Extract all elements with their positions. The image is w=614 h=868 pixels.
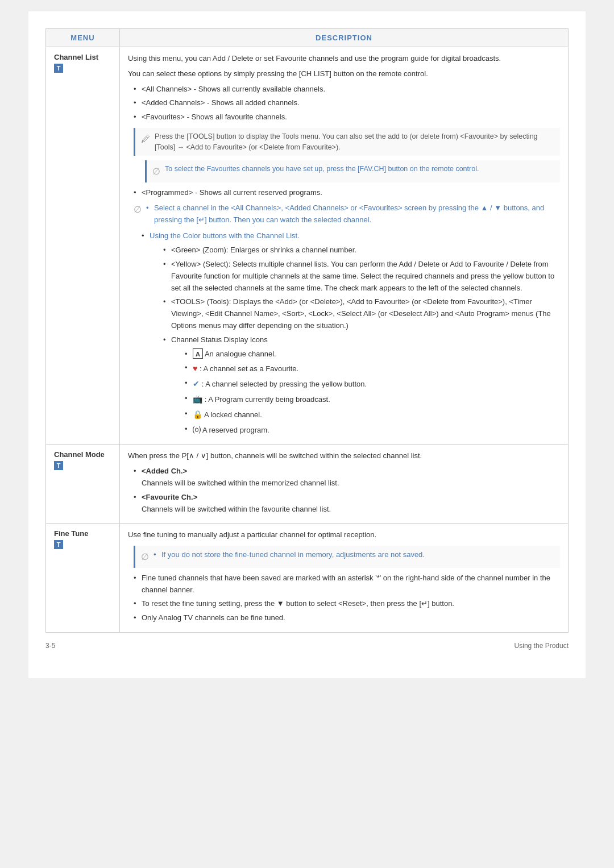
menu-cell-fine-tune: Fine Tune T: [46, 524, 120, 633]
list-item: A An analogue channel.: [185, 348, 560, 360]
list-item: <Programmed> - Shows all current reserve…: [134, 187, 560, 199]
analogue-icon: A: [193, 348, 203, 359]
tools-note-icon: 🖉: [141, 132, 150, 147]
list-item: <Yellow> (Select): Selects multiple chan…: [163, 259, 560, 294]
tools-note-text: Press the [TOOLS] button to display the …: [155, 131, 554, 153]
desc-header: DESCRIPTION: [120, 29, 569, 47]
fav-note-icon: ∅: [152, 164, 160, 179]
channel-list-intro1: Using this menu, you can Add / Delete or…: [128, 53, 560, 65]
broadcast-icon: 📺: [193, 394, 202, 404]
status-icon-list: A An analogue channel. ♥ : A channel set…: [185, 348, 560, 437]
t-icon-channel-mode: T: [54, 461, 63, 470]
list-item: ♥ : A channel set as a Favourite.: [185, 362, 560, 375]
menu-label-fine-tune: Fine Tune: [54, 529, 88, 538]
heart-icon: ♥: [193, 364, 197, 373]
sub-note-icon: ∅: [134, 202, 142, 229]
status-text-favourite: : A channel set as a Favourite.: [200, 364, 298, 373]
added-ch-label: <Added Ch.>: [142, 467, 187, 475]
fav-note-box: ∅ To select the Favourites channels you …: [145, 160, 560, 182]
list-item: 🔒 A locked channel.: [185, 408, 560, 421]
added-ch-detail: Channels will be switched within the mem…: [142, 479, 339, 487]
fine-tune-note-icon: ∅: [141, 550, 149, 564]
list-item: Using the Color buttons with the Channel…: [142, 230, 560, 436]
status-text-locked: A locked channel.: [204, 410, 262, 419]
color-sub-list: <Green> (Zoom): Enlarges or shrinks a ch…: [163, 244, 560, 436]
footer: 3-5 Using the Product: [45, 642, 569, 650]
menu-header: MENU: [46, 29, 120, 47]
list-item: To reset the fine tuning setting, press …: [134, 598, 560, 610]
fine-tune-intro: Use fine tuning to manually adjust a par…: [128, 529, 560, 541]
list-item: <All Channels> - Shows all currently ava…: [134, 84, 560, 95]
desc-cell-channel-mode: When press the P[∧ / ∨] button, channels…: [120, 445, 569, 524]
t-icon-fine-tune: T: [54, 540, 63, 549]
sub-note-list: Select a channel in the <All Channels>, …: [146, 202, 560, 229]
fine-tune-bullets: Fine tuned channels that have been saved…: [134, 572, 560, 624]
list-item: <Green> (Zoom): Enlarges or shrinks a ch…: [163, 244, 560, 256]
list-item: Only Analog TV channels can be fine tune…: [134, 612, 560, 624]
list-item: <Favourite Ch.> Channels will be switche…: [134, 492, 560, 516]
tools-note-box: 🖉 Press the [TOOLS] button to display th…: [134, 128, 560, 156]
status-text-check: : A channel selected by pressing the yel…: [202, 380, 367, 388]
menu-cell-channel-list: Channel List T: [46, 47, 120, 445]
list-item: 📺 : A Program currently being broadcast.: [185, 393, 560, 406]
table-row: Fine Tune T Use fine tuning to manually …: [46, 524, 569, 633]
list-item: Select a channel in the <All Channels>, …: [146, 202, 560, 226]
fav-note-text: To select the Favourites channels you ha…: [165, 164, 479, 175]
status-text-reserved: A reserved program.: [202, 426, 269, 434]
list-item: ✔ : A channel selected by pressing the y…: [185, 377, 560, 391]
check-icon: ✔: [193, 379, 200, 388]
programmed-list: <Programmed> - Shows all current reserve…: [134, 187, 560, 199]
channel-list-bullets: <All Channels> - Shows all currently ava…: [134, 84, 560, 123]
table-row: Channel List T Using this menu, you can …: [46, 47, 569, 445]
list-item: <Favourites> - Shows all favourite chann…: [134, 111, 560, 123]
main-table: MENU DESCRIPTION Channel List T Using th…: [45, 28, 569, 633]
t-icon-channel-list: T: [54, 64, 63, 73]
list-item: ⒪ A reserved program.: [185, 423, 560, 437]
status-text-broadcast: : A Program currently being broadcast.: [205, 395, 330, 404]
list-item: <TOOLS> (Tools): Displays the <Add> (or …: [163, 296, 560, 331]
page-number: 3-5: [45, 642, 55, 650]
list-item: If you do not store the fine-tuned chann…: [154, 549, 425, 561]
fav-ch-detail: Channels will be switched within the fav…: [142, 505, 331, 513]
table-row: Channel Mode T When press the P[∧ / ∨] b…: [46, 445, 569, 524]
desc-cell-channel-list: Using this menu, you can Add / Delete or…: [120, 47, 569, 445]
list-item: Channel Status Display Icons A An analog…: [163, 334, 560, 437]
menu-cell-channel-mode: Channel Mode T: [46, 445, 120, 524]
list-item: Fine tuned channels that have been saved…: [134, 572, 560, 596]
menu-label-channel-mode: Channel Mode: [54, 450, 105, 459]
list-item: <Added Ch.> Channels will be switched wi…: [134, 466, 560, 489]
lock-icon: 🔒: [193, 410, 202, 419]
channel-mode-intro: When press the P[∧ / ∨] button, channels…: [128, 450, 560, 462]
page-container: MENU DESCRIPTION Channel List T Using th…: [28, 11, 586, 678]
color-buttons-list: Using the Color buttons with the Channel…: [142, 230, 560, 436]
list-item: <Added Channels> - Shows all added chann…: [134, 97, 560, 109]
channel-list-intro2: You can select these options by simply p…: [128, 68, 560, 80]
footer-label: Using the Product: [515, 642, 569, 650]
channel-status-header: Channel Status Display Icons: [171, 335, 268, 344]
fine-tune-note-box: ∅ If you do not store the fine-tuned cha…: [134, 546, 560, 568]
channel-mode-list: <Added Ch.> Channels will be switched wi…: [134, 466, 560, 515]
fav-ch-label: <Favourite Ch.>: [142, 493, 197, 501]
fine-tune-note-list: If you do not store the fine-tuned chann…: [154, 549, 425, 563]
status-text-analogue: An analogue channel.: [205, 350, 276, 358]
menu-label-channel-list: Channel List: [54, 53, 98, 61]
desc-cell-fine-tune: Use fine tuning to manually adjust a par…: [120, 524, 569, 633]
reserved-icon: ⒪: [193, 425, 201, 434]
